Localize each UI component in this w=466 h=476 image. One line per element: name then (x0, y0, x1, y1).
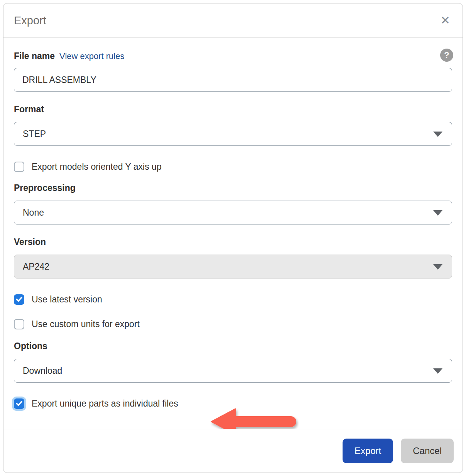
close-icon[interactable]: ✕ (438, 14, 452, 27)
version-label: Version (14, 236, 452, 248)
custom-units-checkbox[interactable] (14, 319, 24, 329)
custom-units-row: Use custom units for export (14, 319, 452, 329)
dialog-footer: Export Cancel (3, 429, 463, 473)
unique-parts-row: Export unique parts as individual files (14, 398, 452, 409)
unique-parts-label[interactable]: Export unique parts as individual files (32, 398, 178, 409)
options-select-value: Download (23, 366, 62, 376)
version-select-value: AP242 (23, 262, 49, 272)
dialog-header: Export ✕ (3, 3, 463, 38)
options-label: Options (14, 340, 452, 352)
check-icon (16, 297, 22, 302)
filename-row: File name View export rules (14, 50, 452, 62)
chevron-down-icon (433, 132, 442, 137)
custom-units-label[interactable]: Use custom units for export (32, 319, 140, 329)
chevron-down-icon (433, 210, 442, 216)
use-latest-checkbox[interactable] (14, 294, 24, 305)
format-select[interactable]: STEP (14, 122, 452, 146)
preprocessing-label: Preprocessing (14, 182, 452, 194)
cancel-button[interactable]: Cancel (401, 439, 454, 463)
orient-checkbox-label[interactable]: Export models oriented Y axis up (32, 162, 162, 172)
help-icon[interactable]: ? (440, 49, 453, 62)
orient-checkbox-row: Export models oriented Y axis up (14, 161, 452, 172)
filename-input[interactable] (14, 68, 452, 92)
preprocessing-select[interactable]: None (14, 201, 452, 224)
export-dialog: Export ✕ File name View export rules ? F… (3, 3, 463, 473)
preprocessing-select-value: None (23, 208, 44, 218)
dialog-body: File name View export rules ? Format STE… (3, 38, 463, 429)
use-latest-row: Use latest version (14, 294, 452, 305)
use-latest-label[interactable]: Use latest version (32, 294, 102, 305)
format-select-value: STEP (23, 129, 46, 139)
check-icon (16, 401, 22, 406)
red-arrow-annotation (210, 407, 299, 429)
view-export-rules-link[interactable]: View export rules (59, 51, 124, 61)
filename-label: File name (14, 50, 55, 62)
orient-checkbox[interactable] (14, 162, 24, 172)
options-select[interactable]: Download (14, 359, 452, 383)
version-select: AP242 (14, 255, 452, 279)
chevron-down-icon (433, 264, 442, 270)
chevron-down-icon (433, 368, 442, 374)
format-label: Format (14, 103, 452, 115)
export-button[interactable]: Export (343, 439, 393, 463)
unique-parts-checkbox[interactable] (14, 398, 24, 409)
dialog-title: Export (14, 14, 46, 27)
